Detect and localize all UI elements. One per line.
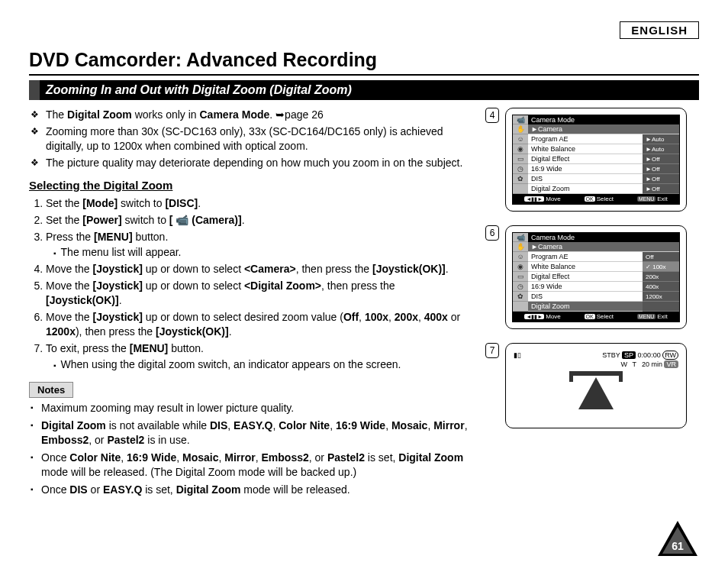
svg-rect-3 (619, 371, 623, 382)
arrows-icon: ◄▮▮► (524, 196, 544, 202)
wt-bar: W T (621, 360, 638, 368)
notes-list: Maximum zooming may result in lower pict… (29, 401, 472, 496)
menu-title: Camera Mode (528, 233, 679, 242)
figure-4-screen: 📹Camera Mode ✋►Camera ☺Program AE►Auto ◉… (505, 108, 687, 212)
language-label: ENGLISH (620, 21, 699, 39)
clock-icon: ◷ (513, 164, 528, 174)
menu-item: DIS (528, 292, 643, 302)
stby-label: STBY (602, 351, 620, 359)
page-title: DVD Camcorder: Advanced Recording (29, 49, 699, 76)
main-content: The Digital Zoom works only in Camera Mo… (29, 108, 472, 500)
menu-badge: MENU (637, 314, 656, 319)
camera-icon: 📹 (513, 115, 528, 124)
zoom-indicator-icon (514, 371, 678, 420)
clock-icon: ◷ (513, 282, 528, 292)
face-icon: ☺ (513, 134, 528, 144)
menu-title: Camera Mode (528, 115, 679, 124)
figure-7: 7 ▮▯ STBY SP 0:00:00 RW W T (485, 343, 699, 428)
ok-badge: OK (585, 196, 595, 202)
display-icon: ▭ (513, 272, 528, 282)
figure-6-screen: 📹Camera Mode ✋►Camera ☺Program AEOff ◉Wh… (505, 225, 687, 329)
bullet-1: The Digital Zoom works only in Camera Mo… (46, 108, 472, 122)
svg-marker-0 (578, 377, 614, 409)
svg-rect-1 (569, 371, 623, 376)
step-1: Set the [Mode] switch to [DISC]. (46, 196, 472, 211)
sp-badge: SP (622, 351, 636, 359)
step-7: To exit, press the [MENU] button. When u… (46, 341, 472, 372)
notes-label: Notes (29, 382, 73, 399)
figure-4-number: 4 (485, 108, 499, 123)
gear-icon: ✿ (513, 292, 528, 302)
note-2: Digital Zoom is not available while DIS,… (41, 419, 472, 448)
arrows-icon: ◄▮▮► (524, 314, 544, 319)
note-4: Once DIS or EASY.Q is set, Digital Zoom … (41, 483, 472, 497)
menu-item: White Balance (528, 262, 643, 272)
svg-rect-2 (569, 371, 573, 382)
menu-item: Digital Effect (528, 154, 643, 164)
disc-icon: ◉ (513, 144, 528, 154)
figure-7-screen: ▮▯ STBY SP 0:00:00 RW W T 20 min VR (505, 343, 687, 428)
figure-7-number: 7 (485, 343, 499, 358)
note-3: Once Color Nite, 16:9 Wide, Mosaic, Mirr… (41, 451, 472, 480)
step-3: Press the [MENU] button. The menu list w… (46, 230, 472, 260)
menu-item: DIS (528, 174, 643, 184)
section-heading: Zooming In and Out with Digital Zoom (Di… (29, 80, 699, 100)
svg-text:61: 61 (672, 540, 684, 552)
gear-icon: ✿ (513, 174, 528, 184)
step-6: Move the [Joystick] up or down to select… (46, 310, 472, 339)
camera-icon: 📹 (513, 233, 528, 242)
menu-item: Program AE (528, 252, 643, 262)
figures-column: 4 📹Camera Mode ✋►Camera ☺Program AE►Auto… (485, 108, 699, 500)
remain-label: 20 min (642, 360, 662, 368)
time-label: 0:00:00 (638, 351, 661, 359)
menu-item: Program AE (528, 134, 643, 144)
rw-badge: RW (662, 351, 678, 360)
vr-badge: VR (664, 360, 678, 368)
ok-badge: OK (585, 314, 595, 319)
step-5: Move the [Joystick] up or down to select… (46, 279, 472, 308)
note-1: Maximum zooming may result in lower pict… (41, 401, 472, 415)
menu-item: Digital Zoom (528, 302, 643, 312)
display-icon: ▭ (513, 154, 528, 164)
menu-item: Digital Zoom (528, 184, 643, 194)
bullet-2: Zooming more than 30x (SC-DC163 only), 3… (46, 124, 472, 154)
menu-item: 16:9 Wide (528, 164, 643, 174)
menu-selected: ►Camera (528, 242, 679, 252)
menu-item: White Balance (528, 144, 643, 154)
page-number-badge: 61 (656, 519, 699, 559)
bullet-3: The picture quality may deteriorate depe… (46, 156, 472, 170)
menu-item: 16:9 Wide (528, 282, 643, 292)
menu-badge: MENU (637, 196, 656, 202)
figure-6-number: 6 (485, 225, 499, 241)
step-3-sub: The menu list will appear. (53, 245, 472, 260)
hand-icon: ✋ (513, 242, 528, 252)
menu-item: Digital Effect (528, 272, 643, 282)
steps-list: Set the [Mode] switch to [DISC]. Set the… (29, 196, 472, 372)
figure-4: 4 📹Camera Mode ✋►Camera ☺Program AE►Auto… (485, 108, 699, 212)
intro-bullets: The Digital Zoom works only in Camera Mo… (29, 108, 472, 170)
figure-6: 6 📹Camera Mode ✋►Camera ☺Program AEOff ◉… (485, 225, 699, 329)
disc-icon: ◉ (513, 262, 528, 272)
step-7-sub: When using the digital zoom switch, an i… (53, 357, 472, 372)
hand-icon: ✋ (513, 124, 528, 134)
menu-selected: ►Camera (528, 124, 679, 134)
step-2: Set the [Power] switch to [ 📹 (Camera)]. (46, 213, 472, 228)
step-4: Move the [Joystick] up or down to select… (46, 262, 472, 276)
subsection-heading: Selecting the Digital Zoom (29, 178, 472, 193)
menu-footer: ◄▮▮►Move OKSelect MENUExit (513, 312, 679, 322)
menu-footer: ◄▮▮►Move OKSelect MENUExit (513, 194, 679, 204)
face-icon: ☺ (513, 252, 528, 262)
battery-icon: ▮▯ (514, 351, 521, 359)
